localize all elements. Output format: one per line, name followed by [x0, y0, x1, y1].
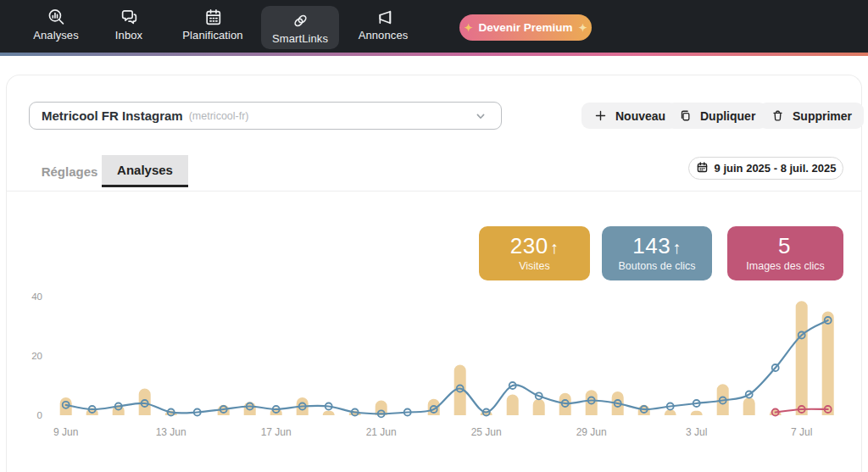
x-tick-label: 17 Jun	[261, 426, 292, 438]
bar-3 Jul	[691, 411, 703, 415]
profile-select-value: Metricool FR Instagram	[42, 108, 183, 123]
x-tick-label: 7 Jul	[791, 426, 812, 438]
tab-reglages[interactable]: Réglages	[29, 155, 110, 187]
megaphone-icon	[374, 8, 393, 27]
y-tick-label: 0	[37, 410, 42, 420]
arrow-up-icon: ↑	[672, 239, 682, 257]
chevron-down-icon	[472, 108, 489, 125]
nav-item-analyses[interactable]: Analyses	[18, 8, 94, 48]
date-range-label: 9 juin 2025 - 8 juil. 2025	[715, 162, 837, 175]
link-icon	[291, 11, 310, 31]
sparkle-icon: ✦	[464, 22, 472, 34]
x-tick-label: 25 Jun	[471, 426, 502, 438]
bar-29 Jun	[586, 390, 598, 415]
x-tick-label: 9 Jun	[53, 426, 78, 438]
duplicate-button-label: Dupliquer	[700, 109, 755, 123]
nav-item-inbox[interactable]: Inbox	[91, 8, 167, 48]
y-tick-label: 20	[31, 351, 42, 361]
brand-gradient-divider	[0, 53, 868, 56]
line-Boutons de clics	[66, 320, 828, 414]
stat-card-visites: 230 ↑ Visites	[479, 226, 590, 280]
images-label: Images des clics	[746, 261, 824, 272]
new-button-label: Nouveau	[615, 109, 665, 123]
x-tick-label: 13 Jun	[156, 426, 186, 438]
bar-27 Jun	[533, 399, 545, 415]
nav-label: Analyses	[33, 29, 79, 42]
bar-26 Jun	[507, 395, 519, 416]
calendar-icon	[203, 8, 223, 27]
date-range-picker[interactable]: 9 juin 2025 - 8 juil. 2025	[688, 157, 843, 180]
bar-19 Jun	[323, 411, 335, 415]
duplicate-button[interactable]: Dupliquer	[666, 103, 767, 129]
stat-card-boutons-de-clics: 143 ↑ Boutons de clics	[602, 226, 712, 280]
sparkle-icon: ✦	[579, 22, 587, 34]
delete-button-label: Supprimer	[793, 109, 852, 123]
bar-8 Jul	[822, 312, 834, 416]
nav-label: Annonces	[359, 29, 409, 42]
arrow-up-icon: ↑	[550, 239, 559, 257]
chart-svg: 020409 Jun13 Jun17 Jun21 Jun25 Jun29 Jun…	[24, 286, 863, 460]
nav-label: SmartLinks	[272, 32, 328, 45]
nav-item-annonces[interactable]: Annonces	[345, 8, 421, 48]
bar-16 Jun	[244, 402, 256, 415]
premium-button[interactable]: ✦ Devenir Premium ✦	[459, 14, 592, 41]
profile-select[interactable]: Metricool FR Instagram (metricool-fr)	[29, 102, 502, 130]
tab-analyses[interactable]: Analyses	[102, 155, 188, 187]
tab-reglages-label: Réglages	[42, 164, 98, 179]
boutons-value: 143	[632, 235, 670, 258]
stat-card-images-des-clics: 5 Images des clics	[727, 226, 843, 280]
trash-icon	[771, 108, 785, 123]
visites-label: Visites	[519, 261, 550, 272]
nav-item-planification[interactable]: Planification	[172, 8, 253, 48]
nav-item-smartlinks[interactable]: SmartLinks	[261, 6, 339, 49]
calendar-small-icon	[696, 161, 709, 176]
plus-icon	[593, 108, 608, 123]
x-tick-label: 21 Jun	[366, 426, 397, 438]
y-tick-label: 40	[31, 292, 42, 302]
x-tick-label: 3 Jul	[686, 426, 707, 438]
bar-5 Jul	[743, 397, 755, 415]
analytics-search-icon	[47, 8, 66, 27]
boutons-label: Boutons de clics	[618, 261, 695, 272]
nav-label: Inbox	[115, 29, 142, 42]
profile-select-handle: (metricool-fr)	[189, 110, 249, 122]
smartlinks-page: { "nav": { "items": [ { "label": "Analys…	[0, 0, 868, 472]
copy-icon	[678, 108, 693, 123]
tabs-divider	[7, 191, 861, 192]
new-button[interactable]: Nouveau	[581, 103, 677, 129]
tab-analyses-label: Analyses	[117, 163, 173, 177]
visites-value: 230	[510, 235, 548, 258]
nav-label: Planification	[182, 29, 242, 42]
images-value: 5	[778, 235, 791, 258]
x-tick-label: 29 Jun	[576, 426, 607, 438]
delete-button[interactable]: Supprimer	[759, 103, 864, 129]
bar-7 Jul	[796, 301, 808, 415]
inbox-chat-icon	[120, 8, 139, 27]
premium-button-label: Devenir Premium	[478, 21, 572, 34]
bar-12 Jun	[139, 389, 151, 416]
smartlinks-analytics-chart: 020409 Jun13 Jun17 Jun21 Jun25 Jun29 Jun…	[24, 286, 863, 460]
top-navbar: Analyses Inbox Planification	[0, 0, 868, 53]
